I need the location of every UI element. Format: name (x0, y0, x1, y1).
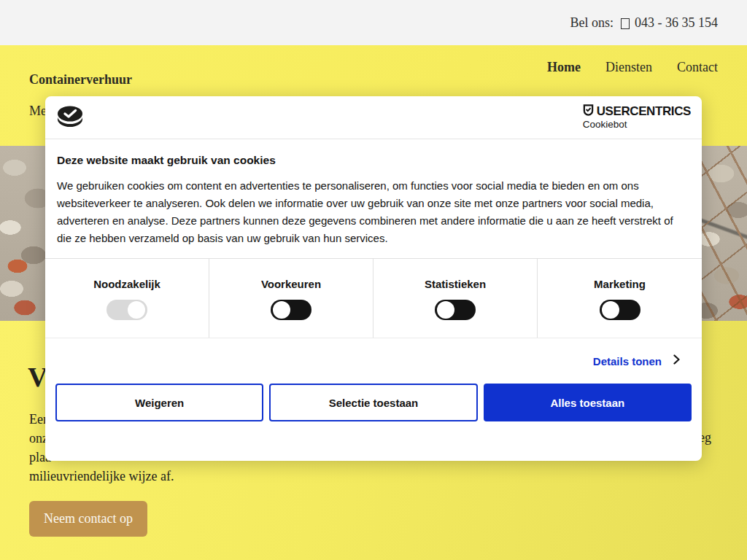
shield-check-icon (583, 104, 594, 120)
cookiebot-wordmark: Cookiebot (583, 120, 691, 131)
usercentrics-logo: USERCENTRICS Cookiebot (583, 104, 691, 131)
toggle-marketing[interactable] (600, 300, 640, 320)
dialog-header: USERCENTRICS Cookiebot (45, 96, 702, 139)
toggle-knob (602, 301, 619, 319)
deny-button[interactable]: Weigeren (55, 384, 263, 421)
consent-cell-voorkeuren: Voorkeuren (209, 259, 374, 338)
paragraph-line: milieuvriendelijke wijze af. (29, 467, 174, 486)
details-link[interactable]: Details tonen (593, 355, 662, 368)
dialog-description: We gebruiken cookies om content en adver… (57, 177, 690, 247)
consent-label: Marketing (594, 278, 646, 290)
consent-label: Voorkeuren (261, 278, 321, 290)
phone-icon (621, 18, 630, 29)
cookie-consent-dialog: USERCENTRICS Cookiebot Deze website maak… (45, 96, 702, 461)
nav-item-home[interactable]: Home (547, 60, 581, 75)
toggle-knob (128, 301, 145, 319)
nav-item-diensten[interactable]: Diensten (605, 60, 652, 75)
consent-cell-noodzakelijk: Noodzakelijk (45, 259, 209, 338)
dialog-title: Deze website maakt gebruik van cookies (57, 154, 690, 167)
contact-cta-button[interactable]: Neem contact op (29, 501, 147, 537)
allow-selection-button[interactable]: Selectie toestaan (269, 384, 477, 421)
cookiebot-coin-icon (56, 105, 84, 131)
dialog-body: Deze website maakt gebruik van cookies W… (45, 139, 702, 247)
main-nav: Home Diensten Contact (547, 60, 718, 75)
phone-number[interactable]: 043 - 36 35 154 (635, 15, 718, 31)
usercentrics-wordmark: USERCENTRICS (597, 105, 691, 119)
header-tagline-fragment: Me (29, 104, 47, 119)
toggle-knob (437, 301, 454, 319)
chevron-right-icon[interactable] (673, 354, 680, 368)
toggle-knob (273, 301, 290, 319)
consent-cell-marketing: Marketing (538, 259, 702, 338)
top-utility-bar: Bel ons: 043 - 36 35 154 (0, 0, 747, 45)
consent-button-row: Weigeren Selectie toestaan Alles toestaa… (45, 384, 702, 421)
consent-cell-statistieken: Statistieken (374, 259, 538, 338)
call-us-label: Bel ons: (570, 15, 614, 31)
details-row: Details tonen (45, 338, 702, 384)
toggle-voorkeuren[interactable] (271, 300, 311, 320)
consent-label: Statistieken (425, 278, 486, 290)
consent-label: Noodzakelijk (93, 278, 160, 290)
toggle-noodzakelijk[interactable] (107, 300, 147, 320)
toggle-statistieken[interactable] (435, 300, 476, 320)
allow-all-button[interactable]: Alles toestaan (484, 384, 692, 421)
rebar-texture (700, 146, 747, 321)
nav-item-contact[interactable]: Contact (677, 60, 718, 75)
consent-category-table: Noodzakelijk Voorkeuren Statistieken Mar… (45, 258, 702, 338)
site-logo[interactable]: Containerverhuur (29, 72, 132, 88)
